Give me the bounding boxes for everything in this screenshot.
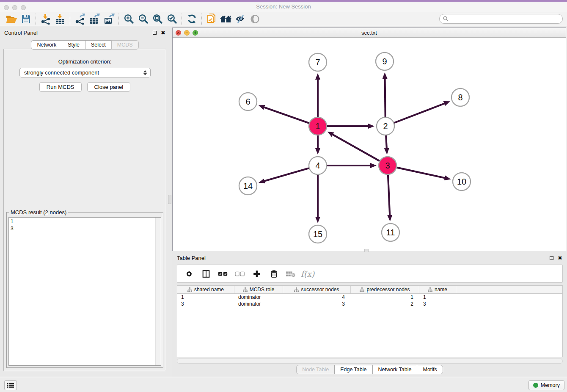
export-network-button[interactable] xyxy=(73,13,87,25)
show-hide-button[interactable] xyxy=(248,13,262,25)
memory-button[interactable]: Memory xyxy=(528,380,564,390)
zoom-fit-button[interactable] xyxy=(150,13,165,25)
mcds-result-title: MCDS result (2 nodes) xyxy=(9,209,68,215)
window-close-button[interactable] xyxy=(4,5,9,10)
show-columns-button[interactable] xyxy=(198,267,214,281)
frame-maximize-button[interactable]: + xyxy=(193,30,198,36)
network-window-titlebar[interactable]: ✕ − + scc.txt xyxy=(173,28,566,38)
column-header-MCDS-role[interactable]: MCDS role xyxy=(234,286,283,293)
float-panel-icon[interactable] xyxy=(550,256,553,260)
status-bar: Memory xyxy=(0,377,567,392)
save-session-button[interactable] xyxy=(19,13,33,25)
table-cell[interactable]: 4 xyxy=(283,294,351,300)
import-table-icon xyxy=(55,14,66,25)
table-cell[interactable]: 2 xyxy=(351,301,419,307)
table-cell[interactable]: 1 xyxy=(351,294,419,300)
toolbar-separator xyxy=(201,14,202,25)
column-header-label: shared name xyxy=(194,287,224,293)
tab-network-table[interactable]: Network Table xyxy=(372,365,418,374)
scrollbar[interactable] xyxy=(155,218,161,365)
search-input[interactable] xyxy=(451,16,562,22)
graph-node-label: 15 xyxy=(313,229,322,239)
graph-node-label: 6 xyxy=(245,97,250,106)
column-header-shared-name[interactable]: shared name xyxy=(177,286,234,293)
open-session-button[interactable] xyxy=(4,13,19,25)
search-field[interactable] xyxy=(439,14,563,24)
column-header-successor-nodes[interactable]: successor nodes xyxy=(283,286,351,293)
tab-network[interactable]: Network xyxy=(31,40,62,50)
table-cell[interactable]: dominator xyxy=(234,294,283,300)
frame-close-button[interactable]: ✕ xyxy=(176,30,181,36)
graph-edge[interactable] xyxy=(394,103,445,123)
column-header-label: name xyxy=(435,287,447,293)
zoom-in-button[interactable] xyxy=(121,13,136,25)
table-panel: Table Panel ✖ xyxy=(172,252,567,377)
graph-edge[interactable] xyxy=(264,168,308,181)
tab-mcds[interactable]: MCDS xyxy=(111,40,139,50)
network-document-button[interactable] xyxy=(204,13,219,25)
delete-table-icon xyxy=(286,270,296,278)
fx-icon: f(x) xyxy=(301,269,315,279)
tab-select[interactable]: Select xyxy=(85,40,112,50)
home-button[interactable] xyxy=(219,13,233,25)
graph-node-label: 8 xyxy=(458,93,462,102)
table-settings-button[interactable] xyxy=(182,267,197,281)
select-all-button[interactable] xyxy=(215,267,231,281)
window-zoom-button[interactable] xyxy=(21,5,26,10)
control-panel-tabs: NetworkStyleSelectMCDS xyxy=(0,40,170,50)
delete-column-button[interactable] xyxy=(266,267,281,281)
deselect-all-button[interactable] xyxy=(232,267,248,281)
toggle-graphics-details-icon xyxy=(235,14,246,24)
table-cell[interactable]: 3 xyxy=(283,301,351,307)
network-canvas[interactable]: 7968124314101511 xyxy=(173,38,566,251)
import-table-button[interactable] xyxy=(53,13,67,25)
graph-edge[interactable] xyxy=(388,175,390,215)
column-type-icon xyxy=(360,287,364,292)
graph-edge[interactable] xyxy=(396,168,445,178)
tab-motifs[interactable]: Motifs xyxy=(417,365,443,374)
close-panel-icon[interactable]: ✖ xyxy=(558,255,562,261)
close-panel-button[interactable]: Close panel xyxy=(87,82,131,92)
export-table-button[interactable] xyxy=(87,13,102,25)
close-panel-icon[interactable]: ✖ xyxy=(161,30,165,36)
float-panel-icon[interactable] xyxy=(153,31,157,35)
horizontal-scrollbar[interactable] xyxy=(177,359,563,364)
mcds-result-group: MCDS result (2 nodes) 1 3 xyxy=(6,209,163,368)
table-row[interactable]: 1dominator411 xyxy=(177,294,562,301)
graph-edge[interactable] xyxy=(333,135,380,161)
tab-node-table[interactable]: Node Table xyxy=(296,365,335,374)
column-header-label: successor nodes xyxy=(301,287,339,293)
table-row[interactable]: 3dominator323 xyxy=(177,301,562,307)
export-image-button[interactable] xyxy=(102,13,116,25)
network-document-icon xyxy=(206,13,217,25)
toggle-graphics-details-button[interactable] xyxy=(233,13,248,25)
run-mcds-button[interactable]: Run MCDS xyxy=(39,82,82,92)
refresh-view-button[interactable] xyxy=(184,13,199,25)
graph-edge[interactable] xyxy=(386,135,387,149)
zoom-selected-button[interactable] xyxy=(165,13,179,25)
optimization-criterion-select[interactable]: strongly connected component xyxy=(19,68,151,77)
column-header-name[interactable]: name xyxy=(419,286,456,293)
column-header-predecessor-nodes[interactable]: predecessor nodes xyxy=(351,286,419,293)
graph-edge[interactable] xyxy=(264,107,309,123)
task-history-button[interactable] xyxy=(4,380,17,390)
column-type-icon xyxy=(187,287,192,292)
tab-style[interactable]: Style xyxy=(62,40,85,50)
table-cell[interactable]: 1 xyxy=(177,294,234,300)
frame-minimize-button[interactable]: − xyxy=(184,30,190,36)
panel-splitter-handle[interactable] xyxy=(168,195,171,204)
add-column-button[interactable] xyxy=(249,267,264,281)
window-minimize-button[interactable] xyxy=(12,5,17,10)
table-cell[interactable]: 1 xyxy=(419,294,456,300)
mcds-result-text[interactable]: 1 3 xyxy=(8,217,161,366)
table-cell[interactable]: 3 xyxy=(419,301,456,307)
column-header-label: predecessor nodes xyxy=(366,287,410,293)
table-tabs: Node TableEdge TableNetwork TableMotifs xyxy=(172,365,567,374)
column-type-icon xyxy=(294,287,299,292)
zoom-out-button[interactable] xyxy=(136,13,150,25)
table-cell[interactable]: 3 xyxy=(177,301,234,307)
tab-edge-table[interactable]: Edge Table xyxy=(334,365,372,374)
table-cell[interactable]: dominator xyxy=(234,301,283,307)
import-network-button[interactable] xyxy=(39,13,53,25)
graph-edge[interactable] xyxy=(385,78,385,117)
